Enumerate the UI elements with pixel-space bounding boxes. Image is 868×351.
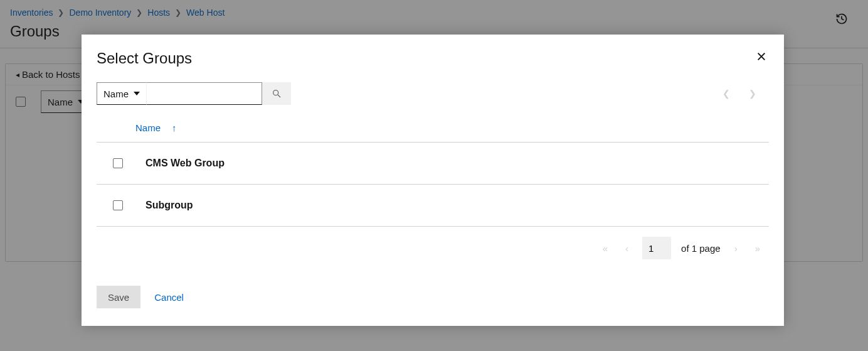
modal-title: Select Groups — [97, 50, 192, 67]
last-page-icon[interactable]: » — [751, 243, 764, 254]
caret-down-icon — [134, 92, 140, 95]
top-pager: ❮ ❯ — [722, 89, 769, 99]
modal-toolbar: Name ❮ ❯ — [97, 82, 769, 105]
page-count-label: of 1 page — [681, 243, 721, 254]
svg-point-0 — [273, 90, 278, 95]
modal-header: Select Groups — [97, 50, 769, 67]
chevron-left-icon[interactable]: ❮ — [722, 89, 730, 99]
table-row: Subgroup — [97, 185, 769, 227]
save-button[interactable]: Save — [97, 286, 140, 308]
row-checkbox[interactable] — [113, 158, 123, 168]
cancel-button[interactable]: Cancel — [154, 286, 184, 308]
row-name: Subgroup — [146, 200, 193, 211]
search-group: Name — [97, 82, 291, 105]
svg-line-1 — [278, 95, 280, 97]
column-header-name[interactable]: Name ↑ — [135, 122, 177, 133]
sort-ascending-icon: ↑ — [172, 122, 177, 133]
row-checkbox[interactable] — [113, 200, 123, 210]
column-header-label: Name — [135, 122, 161, 133]
table-header: Name ↑ — [97, 117, 769, 143]
prev-page-icon[interactable]: ‹ — [622, 243, 632, 254]
select-groups-modal: Select Groups Name ❮ ❯ Name ↑ — [82, 35, 784, 326]
search-field-select[interactable]: Name — [97, 82, 146, 105]
row-name: CMS Web Group — [146, 158, 225, 169]
close-button[interactable] — [754, 50, 769, 65]
search-input[interactable] — [146, 82, 262, 105]
table-row: CMS Web Group — [97, 143, 769, 185]
search-button[interactable] — [262, 82, 291, 105]
page-number-input[interactable] — [642, 237, 671, 259]
close-icon — [756, 51, 766, 62]
bottom-pager: « ‹ of 1 page › » — [97, 237, 769, 259]
next-page-icon[interactable]: › — [731, 243, 741, 254]
search-field-label: Name — [103, 89, 129, 99]
modal-footer: Save Cancel — [97, 286, 769, 308]
search-icon — [272, 89, 282, 99]
first-page-icon[interactable]: « — [599, 243, 611, 254]
chevron-right-icon[interactable]: ❯ — [749, 89, 756, 99]
groups-table: Name ↑ CMS Web Group Subgroup — [97, 117, 769, 227]
